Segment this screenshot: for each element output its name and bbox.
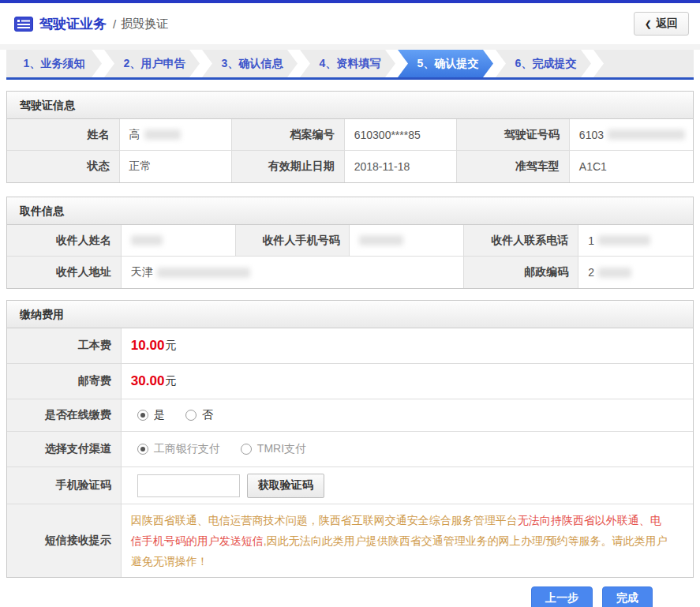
file-no-label: 档案编号 [232,119,345,151]
redacted-text [608,129,685,140]
vehicle-class-label: 准驾车型 [457,151,570,182]
sms-code-label: 手机验证码 [7,467,122,504]
step-progress-bar: 1、业务须知 2、用户申告 3、确认信息 4、资料填写 5、确认提交 6、完成提… [6,50,694,80]
license-form-icon [14,17,33,32]
mail-fee-label: 邮寄费 [7,364,122,399]
redacted-text [157,268,250,278]
vehicle-class-value: A1C1 [570,151,693,182]
get-code-button[interactable]: 获取验证码 [247,474,324,498]
name-value: 高 [120,119,233,151]
recipient-phone-value: 1 [578,225,693,257]
postal-code-value: 2 [578,257,693,288]
redacted-text [144,129,181,140]
prev-step-button[interactable]: 上一步 [531,586,593,607]
work-fee-label: 工本费 [7,328,122,364]
license-info-panel: 驾驶证信息 姓名 高 档案编号 610300****85 驾驶证号码 6103 … [6,91,694,183]
license-info-title: 驾驶证信息 [7,92,693,119]
online-pay-no-label: 否 [202,408,213,422]
breadcrumb: 驾驶证业务 / 损毁换证 [14,15,168,33]
sms-notice-text: 因陕西省联通、电信运营商技术问题，陕西省互联网交通安全综合服务管理平台无法向持陕… [131,504,685,577]
status-label: 状态 [7,151,120,182]
payment-panel: 缴纳费用 工本费 10.00 元 邮寄费 30.00 元 是否在线缴费 是 否 … [6,300,694,578]
sms-code-row: 获取验证码 [122,467,693,504]
payment-table: 工本费 10.00 元 邮寄费 30.00 元 是否在线缴费 是 否 选择支付渠… [7,328,693,577]
page-title: 驾驶证业务 [39,15,107,33]
notice-text-part1: 因陕西省联通、电信运营商技术问题，陕西省互联网交通安全综合服务管理平台 [131,514,518,526]
file-no-value: 610300****85 [345,119,458,151]
license-info-table: 姓名 高 档案编号 610300****85 驾驶证号码 6103 状态 正常 … [7,119,693,182]
chevron-left-icon: ❮ [645,19,652,29]
back-button-label: 返回 [656,17,678,31]
radio-unselected-icon [185,410,197,421]
sms-notice-label: 短信接收提示 [7,504,122,577]
online-payment-options: 是 否 [122,399,693,432]
step-bar-filler [593,50,694,77]
step-2-user-declaration: 2、用户申告 [104,50,200,77]
postal-code-label: 邮政编码 [464,257,578,288]
pickup-info-panel: 取件信息 收件人姓名 收件人手机号码 收件人联系电话 1 收件人地址 天津 邮政… [6,197,694,289]
footer-actions: 上一步 完成 [0,578,700,607]
step-3-confirm-info: 3、确认信息 [202,50,298,77]
online-payment-label: 是否在线缴费 [7,399,122,432]
redacted-text [598,268,631,278]
page-header: 驾驶证业务 / 损毁换证 ❮ 返回 [0,3,700,44]
radio-selected-icon [137,410,148,421]
recipient-mobile-value [350,225,464,257]
redacted-text [359,235,403,245]
radio-selected-icon [137,444,148,455]
finish-button[interactable]: 完成 [602,586,653,607]
pickup-info-title: 取件信息 [7,197,693,225]
channel-icbc-radio[interactable]: 工商银行支付 [137,442,220,456]
sms-notice-value: 因陕西省联通、电信运营商技术问题，陕西省互联网交通安全综合服务管理平台无法向持陕… [122,504,693,577]
status-value: 正常 [120,151,233,182]
mail-fee-amount: 30.00 [131,373,165,389]
recipient-address-label: 收件人地址 [7,257,122,288]
license-no-label: 驾驶证号码 [457,119,570,151]
recipient-mobile-label: 收件人手机号码 [236,225,350,257]
step-5-confirm-submit: 5、确认提交 [398,50,493,77]
step-6-complete-submit: 6、完成提交 [496,50,591,77]
radio-unselected-icon [241,444,252,455]
license-no-value: 6103 [570,119,693,151]
fee-unit: 元 [165,339,176,353]
redacted-text [598,235,650,245]
mail-fee-value: 30.00 元 [122,364,693,399]
recipient-name-value [122,225,236,257]
online-pay-yes-label: 是 [154,408,165,422]
work-fee-value: 10.00 元 [122,328,693,364]
header-divider [0,44,700,50]
online-pay-no-radio[interactable]: 否 [185,408,213,422]
work-fee-amount: 10.00 [131,338,165,354]
step-4-fill-data: 4、资料填写 [300,50,395,77]
valid-until-value: 2018-11-18 [345,151,458,182]
breadcrumb-current: 损毁换证 [121,17,168,32]
recipient-phone-label: 收件人联系电话 [464,225,578,257]
redacted-text [131,235,163,245]
valid-until-label: 有效期止日期 [232,151,345,182]
recipient-address-value: 天津 [122,257,465,288]
step-1-business-notice: 1、业务须知 [6,50,102,77]
back-button[interactable]: ❮ 返回 [634,12,689,36]
pay-channel-options: 工商银行支付 TMRI支付 [122,432,693,467]
pickup-info-table: 收件人姓名 收件人手机号码 收件人联系电话 1 收件人地址 天津 邮政编码 2 [7,225,693,288]
channel-tmri-radio[interactable]: TMRI支付 [241,442,306,456]
online-pay-yes-radio[interactable]: 是 [137,408,165,422]
fee-unit: 元 [165,374,176,388]
name-label: 姓名 [7,119,120,151]
breadcrumb-separator: / [113,17,116,31]
pay-channel-label: 选择支付渠道 [7,432,122,467]
payment-title: 缴纳费用 [7,301,693,328]
channel-icbc-label: 工商银行支付 [154,442,220,456]
recipient-name-label: 收件人姓名 [7,225,122,257]
channel-tmri-label: TMRI支付 [257,442,306,456]
sms-code-input[interactable] [137,474,240,497]
